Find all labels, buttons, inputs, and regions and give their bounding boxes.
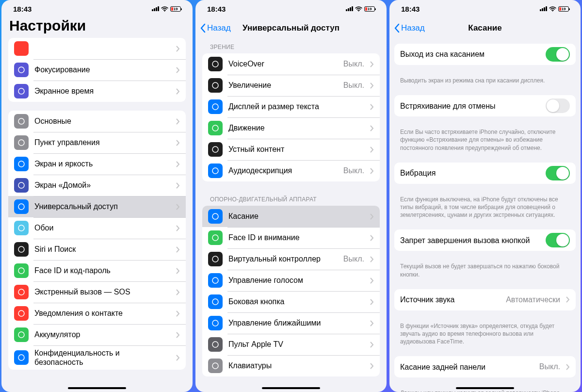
back-button[interactable]: Назад xyxy=(200,23,231,33)
svg-point-11 xyxy=(18,289,24,295)
row-icon xyxy=(208,359,223,373)
row-icon xyxy=(14,221,29,235)
svg-point-23 xyxy=(212,235,218,241)
row-label: Face ID и внимание xyxy=(228,233,364,242)
signal-icon xyxy=(152,6,159,11)
row-voiceover[interactable]: VoiceOverВыкл. xyxy=(202,53,380,75)
svg-point-5 xyxy=(18,161,24,167)
chevron-icon xyxy=(176,246,180,253)
row-icon xyxy=(14,84,29,98)
row-label: Устный контент xyxy=(228,145,364,154)
accessibility-list[interactable]: ЗРЕНИЕ VoiceOverВыкл.УвеличениеВыкл.Дисп… xyxy=(195,39,387,392)
row-аккумулятор[interactable]: Аккумулятор xyxy=(8,324,186,345)
row-увеличение[interactable]: УвеличениеВыкл. xyxy=(202,75,380,96)
toggle-wake[interactable] xyxy=(546,47,570,62)
row-icon xyxy=(14,263,29,278)
row-icon xyxy=(14,114,29,129)
row-label: Аудиодескрипция xyxy=(228,166,338,175)
row-label: Экран и яркость xyxy=(34,159,170,168)
row-icon xyxy=(208,209,223,224)
row-icon xyxy=(14,242,29,257)
battery-icon: 19 xyxy=(364,6,375,12)
wifi-icon xyxy=(161,6,168,12)
footer-vibration: Если функция выключена, на iPhone будут … xyxy=(389,193,581,219)
row-устный-контент[interactable]: Устный контент xyxy=(202,139,380,160)
svg-point-16 xyxy=(212,61,218,67)
row-Экранное время[interactable]: Экранное время xyxy=(8,81,186,102)
chevron-icon xyxy=(370,61,374,67)
svg-point-6 xyxy=(18,182,24,188)
status-bar: 18:43 19 xyxy=(195,0,387,17)
svg-point-20 xyxy=(212,147,218,152)
svg-point-27 xyxy=(212,320,218,326)
row-экран-домой-[interactable]: Экран «Домой» xyxy=(8,175,186,196)
home-indicator[interactable] xyxy=(262,387,320,389)
row-универсальный-доступ[interactable]: Универсальный доступ xyxy=(8,196,186,217)
status-right: 19 xyxy=(346,6,375,12)
toggle-shake[interactable] xyxy=(546,98,570,113)
nav-bar: Назад Касание xyxy=(389,17,581,39)
row-основные[interactable]: Основные xyxy=(8,111,186,132)
row-label: Аккумулятор xyxy=(34,330,170,339)
home-indicator[interactable] xyxy=(456,387,514,389)
row-управление-ближайшими[interactable]: Управление ближайшими xyxy=(202,312,380,334)
toggle-vibration[interactable] xyxy=(546,166,570,180)
row-shake-undo[interactable]: Встряхивание для отмены xyxy=(394,95,576,116)
home-indicator[interactable] xyxy=(68,387,126,389)
phone-settings: 18:43 19 Настройки ФокусированиеЭкранное… xyxy=(1,0,193,392)
row-label: Обои xyxy=(34,223,170,232)
row-уведомления-о-контакте[interactable]: Уведомления о контакте xyxy=(8,303,186,324)
row-icon xyxy=(14,63,29,77)
row-siri-и-поиск[interactable]: Siri и Поиск xyxy=(8,239,186,260)
row-icon xyxy=(208,337,223,352)
row-label: Клавиатуры xyxy=(228,361,364,370)
row-back-tap[interactable]: Касание задней панелиВыкл. xyxy=(394,356,576,377)
svg-point-3 xyxy=(18,118,24,124)
row-face-id-и-внимание[interactable]: Face ID и внимание xyxy=(202,227,380,248)
row-касание[interactable]: Касание xyxy=(202,206,380,227)
row-конфиденциальность-и-безопасность[interactable]: Конфиденциальность и безопасность xyxy=(8,345,186,370)
row-truncated[interactable] xyxy=(8,38,186,59)
touch-list[interactable]: Выход из сна касанием Выводить экран из … xyxy=(389,39,581,392)
svg-point-4 xyxy=(18,140,24,146)
row-prevent-lock[interactable]: Запрет завершения вызова кнопкой xyxy=(394,229,576,251)
row-audio-routing[interactable]: Источник звукаАвтоматически xyxy=(394,289,576,310)
chevron-icon xyxy=(176,225,180,231)
row-движение[interactable]: Движение xyxy=(202,117,380,139)
wifi-icon xyxy=(355,6,362,12)
nav-bar: Назад Универсальный доступ xyxy=(195,17,387,39)
row-vibration[interactable]: Вибрация xyxy=(394,163,576,184)
wifi-icon xyxy=(549,6,556,12)
chevron-icon xyxy=(176,310,180,317)
back-button[interactable]: Назад xyxy=(394,23,425,33)
row-icon xyxy=(208,121,223,135)
svg-point-17 xyxy=(212,82,218,88)
row-label: Экран «Домой» xyxy=(34,180,170,190)
row-wake-on-tap[interactable]: Выход из сна касанием xyxy=(394,44,576,65)
row-пульт-apple-tv[interactable]: Пульт Apple TV xyxy=(202,334,380,355)
row-label: VoiceOver xyxy=(228,59,338,68)
svg-point-22 xyxy=(212,213,218,219)
row-аудиодескрипция[interactable]: АудиодескрипцияВыкл. xyxy=(202,160,380,181)
row-Фокусирование[interactable]: Фокусирование xyxy=(8,59,186,81)
row-экран-и-яркость[interactable]: Экран и яркость xyxy=(8,153,186,175)
chevron-left-icon xyxy=(394,23,400,33)
row-виртуальный-контроллер[interactable]: Виртуальный контроллерВыкл. xyxy=(202,248,380,270)
row-face-id-и-код-пароль[interactable]: Face ID и код-пароль xyxy=(8,260,186,281)
row-боковая-кнопка[interactable]: Боковая кнопка xyxy=(202,291,380,312)
settings-list[interactable]: ФокусированиеЭкранное время ОсновныеПунк… xyxy=(1,38,193,392)
row-управление-голосом[interactable]: Управление голосом xyxy=(202,270,380,291)
toggle-prevent-lock[interactable] xyxy=(546,233,570,247)
svg-point-12 xyxy=(18,310,24,316)
chevron-icon xyxy=(176,140,180,146)
row-клавиатуры[interactable]: Клавиатуры xyxy=(202,355,380,376)
row-пункт-управления[interactable]: Пункт управления xyxy=(8,132,186,153)
chevron-icon xyxy=(176,332,180,338)
group-partial: ФокусированиеЭкранное время xyxy=(8,38,186,102)
chevron-icon xyxy=(176,67,180,73)
icon-generic xyxy=(14,41,29,56)
chevron-icon xyxy=(176,88,180,95)
row-экстренный-вызов-sos[interactable]: Экстренный вызов — SOS xyxy=(8,281,186,303)
row-дисплей-и-размер-текста[interactable]: Дисплей и размер текста xyxy=(202,96,380,117)
row-обои[interactable]: Обои xyxy=(8,217,186,239)
